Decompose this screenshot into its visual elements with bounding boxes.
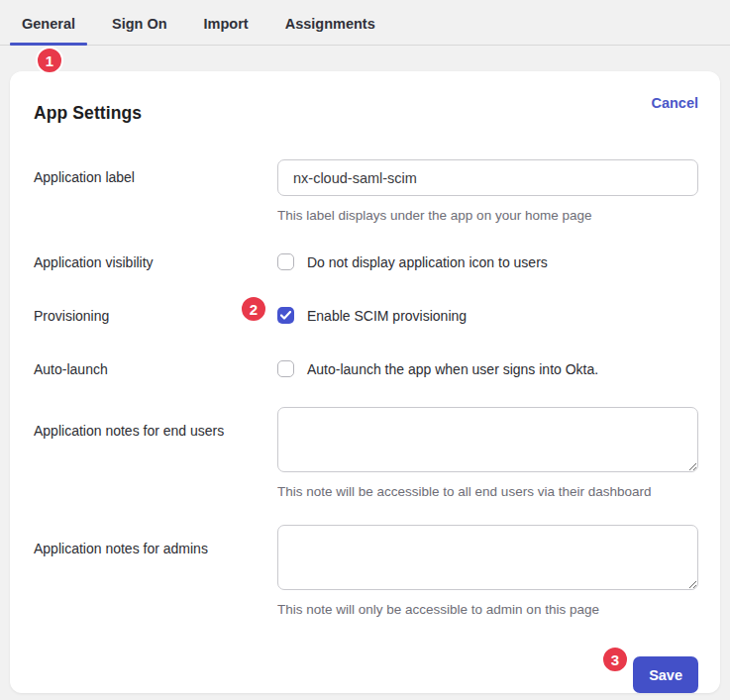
annotation-badge-1: 1 — [36, 47, 63, 74]
auto-launch-row: Auto-launch Auto-launch the app when use… — [34, 360, 698, 377]
save-row: Save — [34, 656, 698, 693]
application-label-label: Application label — [34, 159, 277, 223]
notes-end-users-row: Application notes for end users This not… — [34, 407, 698, 499]
auto-launch-checkbox[interactable] — [277, 360, 294, 377]
tab-import[interactable]: Import — [204, 16, 249, 45]
panel-title: App Settings — [34, 95, 142, 124]
application-visibility-row: Application visibility Do not display ap… — [34, 253, 698, 270]
cancel-link[interactable]: Cancel — [651, 95, 698, 111]
scim-provisioning-checkbox[interactable] — [277, 307, 294, 324]
panel-header: App Settings Cancel — [34, 95, 698, 124]
application-label-row: Application label This label displays un… — [34, 159, 698, 223]
tab-assignments[interactable]: Assignments — [285, 16, 375, 45]
notes-admins-help: This note will only be accessible to adm… — [277, 602, 698, 617]
notes-admins-label: Application notes for admins — [34, 525, 277, 617]
tab-bar: General Sign On Import Assignments — [0, 0, 730, 46]
save-button[interactable]: Save — [633, 656, 698, 693]
application-visibility-checkbox-label: Do not display application icon to users — [307, 254, 548, 270]
tab-general[interactable]: General — [22, 16, 75, 45]
scim-provisioning-checkbox-label: Enable SCIM provisioning — [307, 308, 467, 324]
application-visibility-label: Application visibility — [34, 253, 277, 270]
annotation-badge-2: 2 — [240, 295, 267, 323]
notes-end-users-help: This note will be accessible to all end … — [277, 484, 698, 499]
notes-end-users-textarea[interactable] — [277, 407, 698, 472]
notes-admins-textarea[interactable] — [277, 525, 698, 590]
auto-launch-checkbox-label: Auto-launch the app when user signs into… — [307, 361, 598, 377]
application-visibility-checkbox[interactable] — [277, 253, 294, 270]
provisioning-row: Provisioning Enable SCIM provisioning — [34, 307, 698, 324]
tab-sign-on[interactable]: Sign On — [112, 16, 167, 45]
annotation-badge-3: 3 — [601, 646, 629, 673]
application-label-help: This label displays under the app on you… — [277, 208, 698, 223]
check-icon — [280, 311, 291, 320]
auto-launch-label: Auto-launch — [34, 360, 277, 377]
application-label-input[interactable] — [277, 159, 698, 196]
app-settings-panel: App Settings Cancel Application label Th… — [10, 71, 720, 693]
notes-admins-row: Application notes for admins This note w… — [34, 525, 698, 617]
notes-end-users-label: Application notes for end users — [34, 407, 277, 499]
